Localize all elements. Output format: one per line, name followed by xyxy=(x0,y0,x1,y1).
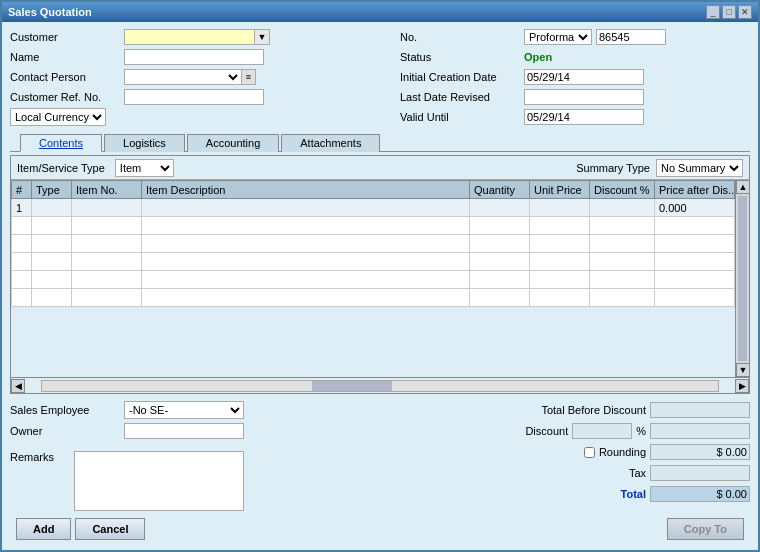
total-input[interactable] xyxy=(650,486,750,502)
footer-left-buttons: Add Cancel xyxy=(16,518,145,540)
cell-num xyxy=(12,217,32,235)
last-date-input[interactable] xyxy=(524,89,644,105)
col-description: Item Description xyxy=(142,181,470,199)
cell-quantity[interactable] xyxy=(470,199,530,217)
table-row: 1 0.000 xyxy=(12,199,735,217)
window-controls: _ □ ✕ xyxy=(706,5,752,19)
tax-row: Tax xyxy=(382,464,750,482)
horizontal-scrollbar[interactable] xyxy=(41,380,719,392)
h-scroll-thumb[interactable] xyxy=(312,381,392,391)
sales-employee-select[interactable]: -No SE- xyxy=(124,401,244,419)
tab-bar: Contents Logistics Accounting Attachment… xyxy=(10,133,750,152)
table-row xyxy=(12,289,735,307)
total-before-label: Total Before Discount xyxy=(516,404,646,416)
valid-until-input[interactable] xyxy=(524,109,644,125)
name-label: Name xyxy=(10,51,120,63)
col-unit-price: Unit Price xyxy=(530,181,590,199)
cell-description[interactable] xyxy=(142,199,470,217)
remarks-area: Remarks xyxy=(10,451,378,511)
item-type-select[interactable]: Item Service xyxy=(115,159,174,177)
data-table-wrap: # Type Item No. Item Description Quantit… xyxy=(11,180,749,393)
status-value: Open xyxy=(524,51,552,63)
col-discount: Discount % xyxy=(590,181,655,199)
cancel-button[interactable]: Cancel xyxy=(75,518,145,540)
customer-browse-button[interactable]: ▼ xyxy=(254,29,270,45)
rounding-checkbox[interactable] xyxy=(584,447,595,458)
sales-employee-label: Sales Employee xyxy=(10,404,120,416)
bottom-area: Sales Employee -No SE- Owner Remarks Tot… xyxy=(10,401,750,511)
col-price-after: Price after Dis... xyxy=(655,181,735,199)
table-row xyxy=(12,235,735,253)
vertical-scrollbar[interactable]: ▲ ▼ xyxy=(735,180,749,377)
customer-label: Customer xyxy=(10,31,120,43)
owner-row: Owner xyxy=(10,422,378,440)
scroll-left-button[interactable]: ◀ xyxy=(11,379,25,393)
last-date-row: Last Date Revised xyxy=(400,88,750,106)
minimize-button[interactable]: _ xyxy=(706,5,720,19)
no-value-input[interactable] xyxy=(596,29,666,45)
scroll-down-button[interactable]: ▼ xyxy=(736,363,749,377)
window-title: Sales Quotation xyxy=(8,6,92,18)
rounding-row: Rounding xyxy=(382,443,750,461)
col-item-no: Item No. xyxy=(72,181,142,199)
valid-until-row: Valid Until xyxy=(400,108,750,126)
customer-input[interactable] xyxy=(124,29,254,45)
discount-pct: % xyxy=(636,425,646,437)
owner-input[interactable] xyxy=(124,423,244,439)
cell-item-no[interactable] xyxy=(72,199,142,217)
tab-attachments[interactable]: Attachments xyxy=(281,134,380,152)
status-label: Status xyxy=(400,51,520,63)
add-button[interactable]: Add xyxy=(16,518,71,540)
bottom-right: Total Before Discount Discount % Roundin… xyxy=(382,401,750,511)
currency-select[interactable]: Local Currency xyxy=(10,108,106,126)
sales-employee-row: Sales Employee -No SE- xyxy=(10,401,378,419)
contact-person-browse-button[interactable]: ≡ xyxy=(242,69,256,85)
tab-contents[interactable]: Contents xyxy=(20,134,102,152)
cell-type xyxy=(32,199,72,217)
name-input[interactable] xyxy=(124,49,264,65)
top-form: Customer ▼ Name Contact Person ≡ xyxy=(10,28,750,126)
col-quantity: Quantity xyxy=(470,181,530,199)
discount-input[interactable] xyxy=(572,423,632,439)
cell-discount[interactable] xyxy=(590,199,655,217)
scroll-up-button[interactable]: ▲ xyxy=(736,180,749,194)
tax-input[interactable] xyxy=(650,465,750,481)
table-row xyxy=(12,217,735,235)
summary-type-label: Summary Type xyxy=(576,162,650,174)
tab-accounting[interactable]: Accounting xyxy=(187,134,279,152)
scroll-thumb[interactable] xyxy=(738,196,747,361)
total-row: Total xyxy=(382,485,750,503)
total-label: Total xyxy=(516,488,646,500)
customer-ref-input[interactable] xyxy=(124,89,264,105)
discount-row: Discount % xyxy=(382,422,750,440)
rounding-input[interactable] xyxy=(650,444,750,460)
remarks-textarea[interactable] xyxy=(74,451,244,511)
total-before-input[interactable] xyxy=(650,402,750,418)
scroll-right-button[interactable]: ▶ xyxy=(735,379,749,393)
tax-label: Tax xyxy=(516,467,646,479)
items-table: # Type Item No. Item Description Quantit… xyxy=(11,180,735,307)
table-row xyxy=(12,271,735,289)
customer-ref-row: Customer Ref. No. xyxy=(10,88,380,106)
summary-type-select[interactable]: No Summary Summary xyxy=(656,159,743,177)
close-button[interactable]: ✕ xyxy=(738,5,752,19)
bottom-left: Sales Employee -No SE- Owner Remarks xyxy=(10,401,378,511)
cell-unit-price[interactable] xyxy=(530,199,590,217)
no-type-select[interactable]: Proforma xyxy=(524,29,592,45)
content-area: Customer ▼ Name Contact Person ≡ xyxy=(2,22,758,550)
contact-person-select[interactable] xyxy=(124,69,242,85)
no-label: No. xyxy=(400,31,520,43)
initial-date-input[interactable] xyxy=(524,69,644,85)
tabs-area: Contents Logistics Accounting Attachment… xyxy=(10,133,750,152)
maximize-button[interactable]: □ xyxy=(722,5,736,19)
copy-to-button[interactable]: Copy To xyxy=(667,518,744,540)
sales-quotation-window: Sales Quotation _ □ ✕ Customer ▼ Name xyxy=(0,0,760,552)
tab-logistics[interactable]: Logistics xyxy=(104,134,185,152)
right-fields: No. Proforma Status Open Initial Creatio… xyxy=(380,28,750,126)
name-row: Name xyxy=(10,48,380,66)
col-num: # xyxy=(12,181,32,199)
title-bar: Sales Quotation _ □ ✕ xyxy=(2,2,758,22)
initial-date-row: Initial Creation Date xyxy=(400,68,750,86)
horizontal-scrollbar-wrap: ◀ ▶ xyxy=(11,377,749,393)
discount-amount-input[interactable] xyxy=(650,423,750,439)
